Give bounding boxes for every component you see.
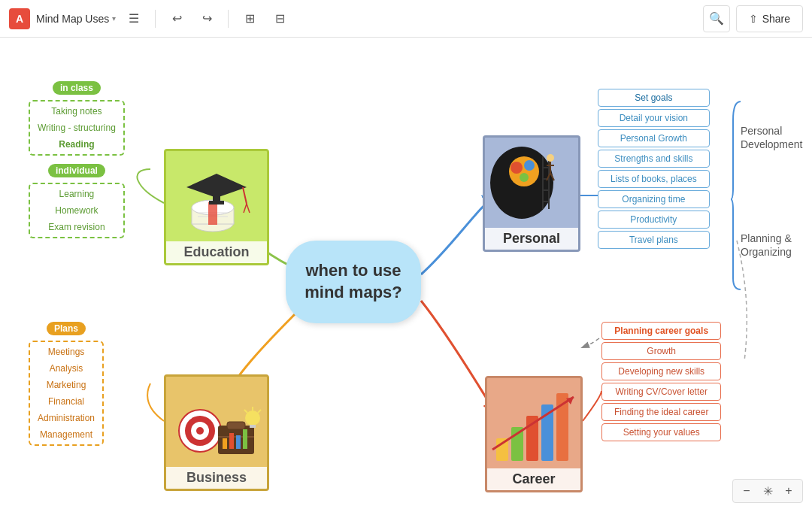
toolbar: A Mind Map Uses ▾ ☰ ↩ ↪ ⊞ ⊟ 🔍 ⇧ Share — [0, 0, 812, 38]
career-branches: Planning career goals Growth Developing … — [601, 322, 721, 441]
business-label: Business — [166, 467, 267, 489]
branch-travel-plans[interactable]: Travel plans — [598, 231, 710, 249]
toolbar-separator-2 — [228, 10, 229, 28]
plans-box: Meetings Analysis Marketing Financial Ad… — [29, 341, 104, 446]
svg-point-32 — [511, 162, 523, 174]
planning-organizing-label: Planning & Organizing — [741, 232, 812, 259]
branch-taking-notes[interactable]: Taking notes — [30, 104, 123, 119]
business-branches: Plans Meetings Analysis Marketing Financ… — [29, 322, 104, 446]
branch-meetings[interactable]: Meetings — [30, 344, 102, 359]
svg-point-16 — [196, 427, 204, 435]
center-node[interactable]: when to usemind maps? — [286, 241, 421, 323]
app-logo[interactable]: A — [9, 8, 30, 29]
redo-button[interactable]: ↪ — [195, 7, 219, 31]
in-class-box: Taking notes Writing - structuring Readi… — [29, 100, 125, 156]
svg-line-11 — [247, 204, 250, 213]
svg-rect-23 — [243, 429, 247, 449]
svg-rect-7 — [213, 187, 220, 202]
toolbar-right: 🔍 ⇧ Share — [703, 5, 803, 32]
zoom-fit-button[interactable]: ✳ — [759, 482, 777, 500]
education-illustration — [171, 166, 262, 241]
branch-growth[interactable]: Growth — [601, 342, 721, 360]
svg-rect-5 — [208, 202, 217, 225]
zoom-in-button[interactable]: + — [780, 482, 798, 500]
personal-label: Personal — [485, 228, 578, 250]
branch-lists-books[interactable]: Lists of books, places — [598, 170, 710, 188]
document-title[interactable]: Mind Map Uses ▾ — [36, 13, 116, 25]
search-button[interactable]: 🔍 — [703, 5, 730, 32]
career-label: Career — [487, 468, 580, 490]
grid-button[interactable]: ⊞ — [238, 7, 262, 31]
branch-values[interactable]: Setting your values — [601, 423, 721, 441]
branch-reading[interactable]: Reading — [30, 137, 123, 152]
svg-rect-25 — [250, 425, 256, 428]
career-node[interactable]: Career — [485, 376, 583, 492]
education-label: Education — [166, 241, 267, 263]
share-button[interactable]: ⇧ Share — [736, 5, 803, 32]
branch-financial[interactable]: Financial — [30, 394, 102, 409]
business-node[interactable]: Business — [164, 374, 269, 491]
undo-button[interactable]: ↩ — [165, 7, 189, 31]
branch-management[interactable]: Management — [30, 427, 102, 442]
branch-organizing-time[interactable]: Organizing time — [598, 190, 710, 208]
branch-homework[interactable]: Homework — [30, 203, 123, 218]
branch-planning-career[interactable]: Planning career goals — [601, 322, 721, 340]
branch-writing-cv[interactable]: Writing CV/Cover letter — [601, 383, 721, 401]
branch-exam-revision[interactable]: Exam revision — [30, 220, 123, 235]
branch-analysis[interactable]: Analysis — [30, 361, 102, 376]
zoom-out-button[interactable]: − — [738, 482, 756, 500]
personal-branches: Set goals Detail your vision Personal Gr… — [598, 89, 710, 249]
svg-point-41 — [547, 154, 554, 162]
svg-rect-18 — [227, 422, 245, 429]
career-illustration — [485, 382, 583, 468]
svg-rect-21 — [229, 433, 234, 449]
personal-development-label: Personal Development — [741, 124, 812, 151]
mind-map-canvas: when to usemind maps? Education in class — [0, 38, 812, 512]
plans-tag: Plans — [47, 322, 86, 335]
svg-rect-22 — [236, 435, 241, 449]
frame-button[interactable]: ⊟ — [268, 7, 292, 31]
center-node-text: when to usemind maps? — [304, 260, 402, 303]
branch-productivity[interactable]: Productivity — [598, 211, 710, 229]
branch-ideal-career[interactable]: Finding the ideal career — [601, 403, 721, 421]
svg-point-33 — [524, 160, 535, 171]
svg-line-9 — [243, 187, 247, 204]
personal-node[interactable]: Personal — [483, 135, 580, 252]
toolbar-separator — [155, 10, 156, 28]
individual-box: Learning Homework Exam revision — [29, 183, 125, 238]
branch-set-goals[interactable]: Set goals — [598, 89, 710, 107]
business-illustration — [171, 392, 262, 467]
svg-rect-8 — [209, 201, 224, 204]
education-branches: in class Taking notes Writing - structur… — [29, 81, 125, 238]
branch-detail-vision[interactable]: Detail your vision — [598, 109, 710, 127]
zoom-controls: − ✳ + — [732, 479, 803, 503]
svg-rect-20 — [223, 438, 227, 449]
branch-marketing[interactable]: Marketing — [30, 377, 102, 392]
svg-line-10 — [244, 204, 247, 213]
branch-learning[interactable]: Learning — [30, 186, 123, 201]
svg-point-34 — [520, 173, 529, 182]
branch-strengths-skills[interactable]: Strengths and skills — [598, 150, 710, 168]
education-node[interactable]: Education — [164, 149, 269, 265]
menu-button[interactable]: ☰ — [122, 7, 146, 31]
branch-personal-growth[interactable]: Personal Growth — [598, 129, 710, 147]
personal-illustration — [483, 141, 580, 228]
branch-writing-structuring[interactable]: Writing - structuring — [30, 120, 123, 135]
branch-administration[interactable]: Administration — [30, 411, 102, 426]
in-class-tag: in class — [53, 81, 101, 95]
individual-tag: individual — [48, 164, 105, 177]
branch-developing-skills[interactable]: Developing new skills — [601, 362, 721, 380]
